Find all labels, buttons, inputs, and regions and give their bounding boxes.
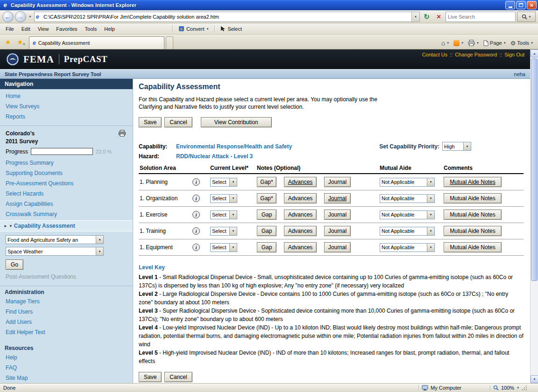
minimize-button[interactable] — [505, 1, 515, 9]
convert-button[interactable]: Convert ▼ — [175, 25, 212, 33]
close-button[interactable]: ✕ — [527, 1, 537, 9]
menu-favorites[interactable]: Favorites — [52, 25, 81, 33]
sidebar-item-add-users[interactable]: Add Users — [0, 317, 133, 327]
sidebar-item-faq[interactable]: FAQ — [0, 363, 133, 373]
favorites-center-button[interactable]: ★ — [2, 36, 14, 48]
sidebar-item-reports[interactable]: Reports — [0, 112, 133, 122]
dropdown-arrow-icon[interactable]: ▼ — [229, 211, 237, 219]
gap-button[interactable]: Gap — [257, 226, 276, 236]
sidebar-item-site-map[interactable]: Site Map — [0, 373, 133, 383]
sidebar-item-help[interactable]: Help — [0, 352, 133, 363]
mutual-aide-select[interactable]: Not Applicable▼ — [380, 194, 435, 203]
menu-help[interactable]: Help — [100, 25, 119, 33]
dropdown-arrow-icon[interactable]: ▼ — [427, 195, 434, 203]
scroll-track[interactable] — [531, 57, 538, 375]
advances-button[interactable]: Advances — [284, 177, 317, 187]
advances-button[interactable]: Advances — [284, 193, 317, 203]
sidebar-item-supporting-documents[interactable]: Supporting Documents — [0, 168, 133, 178]
history-dropdown-button[interactable]: ▼ — [28, 15, 33, 18]
advances-button[interactable]: Advances — [284, 242, 317, 252]
save-button[interactable]: Save — [139, 117, 162, 127]
dropdown-arrow-icon[interactable]: ▼ — [229, 244, 237, 252]
search-box[interactable] — [446, 12, 516, 22]
dropdown-arrow-icon[interactable]: ▼ — [96, 236, 103, 244]
mutual-aide-notes-button[interactable]: Mutual Aide Notes — [444, 193, 502, 203]
dropdown-arrow-icon[interactable]: ▼ — [229, 227, 237, 235]
forward-button[interactable]: → — [15, 11, 26, 22]
maximize-button[interactable] — [516, 1, 526, 9]
mutual-aide-select[interactable]: Not Applicable▼ — [380, 210, 435, 219]
priority-select[interactable]: High ▼ — [442, 142, 471, 151]
journal-button[interactable]: Journal — [324, 193, 351, 203]
menu-view[interactable]: View — [34, 25, 53, 33]
stop-button[interactable]: ✕ — [433, 12, 444, 22]
add-favorite-button[interactable]: ★+ — [14, 36, 26, 48]
home-button[interactable]: ⌂ ▼ — [441, 39, 449, 47]
current-level-select[interactable]: Select▼ — [210, 210, 237, 219]
capability-select[interactable]: Food and Agriculture Safety an ▼ — [6, 235, 104, 244]
scroll-up-button[interactable]: ▲ — [531, 49, 538, 57]
refresh-button[interactable]: ↻ — [421, 12, 432, 22]
page-menu-button[interactable]: Page ▼ — [483, 40, 506, 46]
current-level-select[interactable]: Select▼ — [210, 243, 237, 252]
scroll-down-button[interactable]: ▼ — [531, 375, 538, 383]
address-dropdown-button[interactable]: ▼ — [411, 12, 419, 21]
journal-button[interactable]: Journal — [324, 177, 351, 187]
print-survey-icon[interactable] — [118, 130, 126, 137]
feeds-button[interactable]: ▼ — [453, 40, 464, 46]
sidebar-item-progress-summary[interactable]: Progress Summary — [0, 158, 133, 168]
sidebar-item-home[interactable]: Home — [0, 91, 133, 101]
mutual-aide-notes-button[interactable]: Mutual Aide Notes — [444, 177, 502, 187]
resize-grip-icon[interactable] — [522, 385, 528, 391]
mutual-aide-select[interactable]: Not Applicable▼ — [380, 178, 435, 187]
hazard-link[interactable]: RDD/Nuclear Attack - Level 3 — [176, 153, 253, 160]
mutual-aide-notes-button[interactable]: Mutual Aide Notes — [444, 242, 502, 252]
info-icon[interactable]: i — [192, 178, 200, 186]
cancel-button[interactable]: Cancel — [164, 117, 192, 127]
gap-button[interactable]: Gap — [257, 210, 276, 220]
mutual-aide-select[interactable]: Not Applicable▼ — [380, 227, 435, 236]
sidebar-item-view-surveys[interactable]: View Surveys — [0, 101, 133, 112]
dropdown-arrow-icon[interactable]: ▼ — [427, 178, 434, 186]
go-button[interactable]: Go — [6, 259, 23, 270]
sidebar-item-edit-helper-text[interactable]: Edit Helper Text — [0, 327, 133, 337]
print-button[interactable]: ▼ — [468, 40, 479, 46]
sidebar-item-find-users[interactable]: Find Users — [0, 307, 133, 317]
advances-button[interactable]: Advances — [284, 210, 317, 220]
mutual-aide-select[interactable]: Not Applicable▼ — [380, 243, 435, 252]
view-contribution-button[interactable]: View Contribution — [201, 117, 272, 127]
menu-file[interactable]: File — [2, 25, 18, 33]
advances-button[interactable]: Advances — [284, 226, 317, 236]
new-tab-stub[interactable] — [166, 36, 173, 49]
dropdown-arrow-icon[interactable]: ▼ — [229, 195, 237, 203]
gap-button[interactable]: Gap* — [257, 177, 276, 187]
capability-link[interactable]: Environmental Response/Health and Safety — [176, 143, 292, 150]
dropdown-arrow-icon[interactable]: ▼ — [427, 244, 434, 252]
info-icon[interactable]: i — [192, 195, 200, 202]
sidebar-item-crosswalk-summary[interactable]: Crosswalk Summary — [0, 209, 133, 219]
dropdown-arrow-icon[interactable]: ▼ — [463, 142, 471, 150]
gap-button[interactable]: Gap — [257, 242, 276, 252]
journal-button[interactable]: Journal — [324, 210, 351, 220]
gap-button[interactable]: Gap* — [257, 193, 276, 203]
dropdown-arrow-icon[interactable]: ▼ — [427, 211, 434, 219]
mutual-aide-notes-button[interactable]: Mutual Aide Notes — [444, 210, 502, 220]
vertical-scrollbar[interactable]: ▲ ▼ — [530, 49, 538, 383]
menu-edit[interactable]: Edit — [18, 25, 34, 33]
dropdown-arrow-icon[interactable]: ▼ — [427, 227, 434, 235]
journal-button[interactable]: Journal — [324, 242, 351, 252]
dropdown-arrow-icon[interactable]: ▼ — [96, 247, 103, 255]
dropdown-arrow-icon[interactable]: ▼ — [229, 178, 237, 186]
current-level-select[interactable]: Select▼ — [210, 178, 237, 187]
back-button[interactable]: ← — [2, 11, 14, 22]
search-input[interactable] — [446, 14, 515, 20]
scroll-thumb[interactable] — [531, 58, 538, 281]
address-input[interactable] — [42, 13, 411, 21]
tools-menu-button[interactable]: ⚙ Tools ▼ — [510, 40, 533, 47]
sign-out-link[interactable]: Sign Out — [504, 52, 524, 57]
zoom-control[interactable]: 100% ▼ — [493, 385, 538, 391]
info-icon[interactable]: i — [192, 227, 200, 235]
select-button[interactable]: Select — [217, 25, 245, 33]
sidebar-item-select-hazards[interactable]: Select Hazards — [0, 189, 133, 199]
sidebar-item-assign-capabilities[interactable]: Assign Capabilities — [0, 199, 133, 209]
